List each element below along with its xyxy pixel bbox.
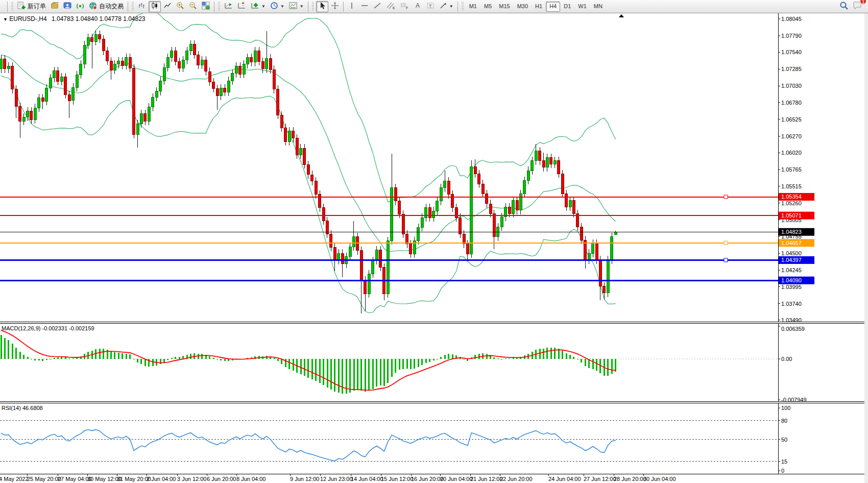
vertical-line-button[interactable] [346,1,358,12]
notification-badge: 1 [860,0,866,5]
zoom-out-button[interactable] [187,1,199,12]
chart-title: ▼ EURUSD-,H4 1.04783 1.04840 1.04778 1.0… [3,15,146,22]
macd-histogram-bar [581,359,582,363]
candle-body [394,188,397,201]
candle-body [349,247,351,256]
candle-body [27,111,29,117]
price-axis-label: 1.04245 [781,267,802,273]
macd-histogram-bar [190,354,191,359]
price-axis-label: 1.06270 [781,133,802,139]
fibonacci-button[interactable]: F [398,1,411,12]
main-chart-panel[interactable]: 1.080451.077901.075401.072851.070301.067… [0,13,868,322]
periods-button[interactable]: ▼ [268,1,286,12]
macd-histogram-bar [478,354,480,359]
rsi-axis-label: 80 [781,418,787,424]
timeframe-h1-button[interactable]: H1 [532,2,546,12]
text-label-icon: T [426,2,435,12]
macd-histogram-bar [171,358,173,359]
time-axis[interactable]: 24 May 202225 May 20:0027 May 04:0030 Ma… [0,474,868,483]
timeframe-m5-button[interactable]: M5 [480,2,495,12]
chart-shift-marker[interactable] [619,14,624,17]
line-drag-handle[interactable] [724,258,728,262]
candle-body [30,111,33,120]
candle-body [64,77,67,94]
candle-body [166,58,169,67]
rsi-axis-label: 100 [781,405,790,411]
equidistant-channel-button[interactable]: E [384,1,397,12]
trendline-button[interactable] [371,1,383,12]
timeframe-d1-button[interactable]: D1 [560,2,574,12]
macd-histogram-bar [315,359,317,381]
new-order-button[interactable]: 新订单 [15,1,48,12]
macd-signal-value: -0.002159 [69,325,94,331]
macd-histogram-bar [38,359,40,360]
arrows-button[interactable]: ▼ [437,1,455,12]
auto-scroll-button[interactable] [222,1,235,12]
candle-body [455,208,457,218]
candle-body [99,34,101,39]
timeframe-h4-button[interactable]: H4 [546,2,560,12]
symbol-menu-arrow-icon[interactable]: ▼ [3,17,8,22]
macd-histogram-bar [288,359,290,369]
chat-button[interactable]: 1 [853,1,863,12]
autotrade-button[interactable]: 自动交易 [87,1,126,12]
candlestick-chart[interactable]: 1.080451.077901.075401.072851.070301.067… [0,13,868,322]
candle-body [402,214,404,234]
indicators-button[interactable]: ▼ [249,1,268,12]
macd-histogram-bar [140,359,142,364]
indicators-icon [251,2,259,12]
tile-windows-icon [202,2,210,12]
candle-body [277,89,279,115]
candlestick-chart-button[interactable] [149,1,161,12]
macd-histogram-bar [224,359,226,361]
chart-shift-button[interactable] [235,1,248,12]
bar-chart-button[interactable] [136,1,148,12]
timeframe-m1-button[interactable]: M1 [466,2,480,12]
candle-body [474,166,476,174]
rsi-panel[interactable]: 1008050150 RSI(14) 46.6808 [0,403,868,474]
vertical-line-icon [349,2,355,12]
candle-body [572,201,575,214]
cursor-button[interactable] [316,1,328,12]
search-icon[interactable] [839,1,849,12]
candle-body [246,58,249,64]
macd-histogram-bar [493,357,495,359]
timeframe-mn-button[interactable]: MN [590,2,606,12]
price-badge-label: 1.04657 [781,240,802,246]
templates-button[interactable]: ▼ [287,1,306,12]
arrows-icon [439,2,447,12]
macd-histogram-bar [34,359,36,360]
time-axis-label: 2 Jun 04:00 [147,476,176,482]
macd-histogram-bar [54,358,55,359]
community-icon [63,2,71,12]
text-button[interactable]: A [412,1,424,12]
candle-body [569,201,571,207]
zoom-in-button[interactable] [174,1,186,12]
time-axis-label: 8 Jun 04:00 [236,476,266,482]
metaeditor-button[interactable] [49,1,61,12]
candle-body [599,260,601,286]
line-drag-handle[interactable] [724,241,728,245]
candle-body [83,45,86,64]
line-chart-button[interactable] [161,1,174,12]
macd-panel[interactable]: 0.0063590.00-0.007949 MACD(12,26,9) -0.0… [0,324,868,401]
tile-windows-button[interactable] [200,1,212,12]
timeframe-m15-button[interactable]: M15 [495,2,513,12]
macd-histogram-bar [448,354,449,359]
crosshair-button[interactable] [329,1,341,12]
signals-button[interactable] [74,1,86,12]
horizontal-line-button[interactable] [358,1,371,12]
line-drag-handle[interactable] [724,195,728,199]
community-button[interactable] [61,1,74,12]
text-label-button[interactable]: T [424,1,437,12]
macd-histogram-bar [399,359,400,370]
timeframe-m30-button[interactable]: M30 [514,2,532,12]
candle-body [113,64,116,70]
candle-body [561,174,564,194]
candle-body [322,208,325,221]
timeframe-w1-button[interactable]: W1 [574,2,590,12]
macd-histogram-bar [319,359,321,383]
macd-histogram-bar [334,359,335,392]
trendline-icon [373,2,381,12]
time-axis-label: 24 May 2022 [0,476,29,482]
